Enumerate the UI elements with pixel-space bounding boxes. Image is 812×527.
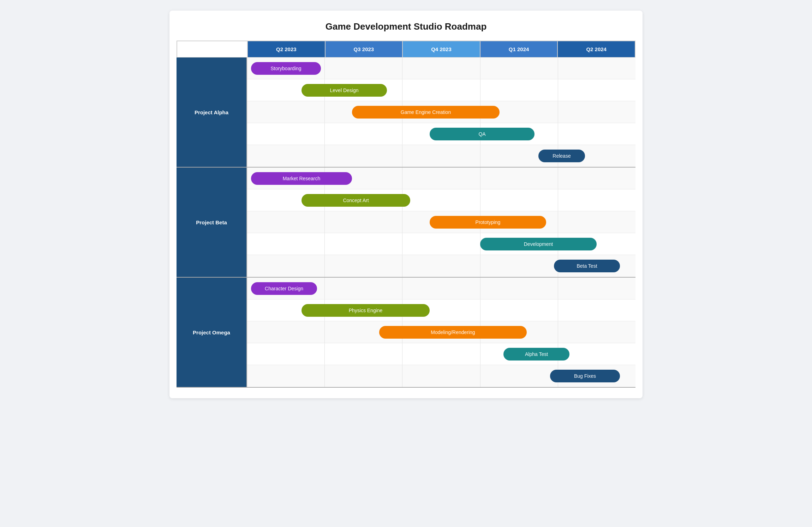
tasks-col: StoryboardingLevel DesignGame Engine Cre… <box>247 57 635 167</box>
task-bar-release: Release <box>538 150 585 162</box>
task-bar-wrapper: Physics Engine <box>247 299 635 321</box>
quarter-header-q3-2023: Q3 2023 <box>325 41 403 57</box>
task-row: Release <box>247 145 635 167</box>
task-bar-concept-art: Concept Art <box>301 194 410 207</box>
quarter-header-q2-2023: Q2 2023 <box>247 41 325 57</box>
task-row: Prototyping <box>247 211 635 233</box>
quarter-headers: Q2 2023Q3 2023Q4 2023Q1 2024Q2 2024 <box>247 41 635 57</box>
task-bar-development: Development <box>480 238 597 250</box>
task-row: Level Design <box>247 79 635 101</box>
task-bar-qa: QA <box>430 128 535 140</box>
task-bar-wrapper: Beta Test <box>247 255 635 277</box>
task-bar-prototyping: Prototyping <box>430 216 546 229</box>
task-row: Concept Art <box>247 189 635 211</box>
tasks-col: Market ResearchConcept ArtPrototypingDev… <box>247 168 635 277</box>
task-bar-wrapper: Character Design <box>247 278 635 299</box>
task-bar-wrapper: Prototyping <box>247 211 635 233</box>
task-bar-wrapper: Storyboarding <box>247 57 635 79</box>
task-bar-wrapper: Alpha Test <box>247 343 635 365</box>
task-bar-bug-fixes: Bug Fixes <box>550 370 620 382</box>
task-bar-wrapper: Bug Fixes <box>247 365 635 387</box>
task-row: QA <box>247 123 635 145</box>
task-bar-wrapper: Level Design <box>247 79 635 101</box>
project-label: Project Alpha <box>177 57 247 167</box>
quarter-header-q2-2024: Q2 2024 <box>557 41 635 57</box>
task-bar-wrapper: Concept Art <box>247 189 635 211</box>
task-row: Market Research <box>247 168 635 189</box>
project-label: Project Beta <box>177 168 247 277</box>
task-bar-level-design: Level Design <box>301 84 387 97</box>
quarter-header-q4-2023: Q4 2023 <box>402 41 480 57</box>
quarter-header-q1-2024: Q1 2024 <box>480 41 558 57</box>
task-bar-wrapper: Market Research <box>247 168 635 189</box>
task-bar-wrapper: Development <box>247 233 635 255</box>
tasks-col: Character DesignPhysics EngineModeling/R… <box>247 278 635 387</box>
task-row: Modeling/Rendering <box>247 321 635 343</box>
task-row: Physics Engine <box>247 299 635 321</box>
project-group-project-beta: Project BetaMarket ResearchConcept ArtPr… <box>177 168 635 278</box>
chart-title: Game Development Studio Roadmap <box>177 21 635 32</box>
chart-container: Game Development Studio Roadmap Q2 2023Q… <box>169 11 643 398</box>
task-row: Development <box>247 233 635 255</box>
task-row: Storyboarding <box>247 57 635 79</box>
task-bar-character-design: Character Design <box>251 282 317 295</box>
task-bar-wrapper: Release <box>247 145 635 167</box>
task-row: Character Design <box>247 278 635 299</box>
task-row: Game Engine Creation <box>247 101 635 123</box>
task-row: Bug Fixes <box>247 365 635 387</box>
task-bar-wrapper: QA <box>247 123 635 145</box>
task-bar-modeling/rendering: Modeling/Rendering <box>379 326 527 339</box>
task-bar-beta-test: Beta Test <box>554 260 620 272</box>
corner-cell <box>177 41 247 57</box>
task-bar-market-research: Market Research <box>251 172 352 185</box>
task-bar-alpha-test: Alpha Test <box>503 348 569 361</box>
task-bar-wrapper: Modeling/Rendering <box>247 321 635 343</box>
task-bar-physics-engine: Physics Engine <box>301 304 430 317</box>
task-bar-game-engine-creation: Game Engine Creation <box>352 106 500 119</box>
project-group-project-omega: Project OmegaCharacter DesignPhysics Eng… <box>177 278 635 388</box>
task-bar-storyboarding: Storyboarding <box>251 62 321 75</box>
projects-container: Project AlphaStoryboardingLevel DesignGa… <box>177 57 635 388</box>
task-bar-wrapper: Game Engine Creation <box>247 101 635 123</box>
task-row: Beta Test <box>247 255 635 277</box>
project-label: Project Omega <box>177 278 247 387</box>
task-row: Alpha Test <box>247 343 635 365</box>
project-group-project-alpha: Project AlphaStoryboardingLevel DesignGa… <box>177 57 635 168</box>
